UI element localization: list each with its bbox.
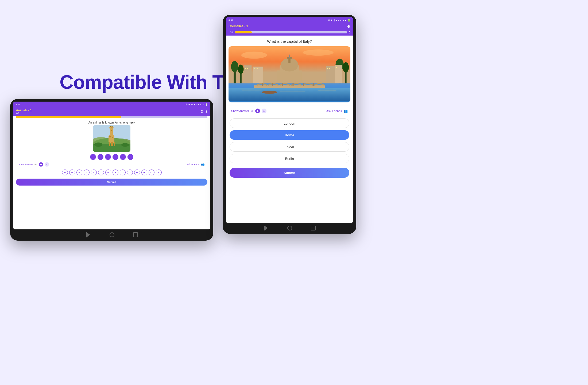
option-berlin[interactable]: Berlin [230,154,349,163]
recents-button[interactable] [133,232,138,237]
letter-F2[interactable]: F [105,170,111,175]
portrait-action-bar: Show Answer 👁 » Ask Friends 👥 [226,106,353,116]
landscape-letter-dots [13,154,210,160]
portrait-quiz-image [229,46,350,102]
letter-O[interactable]: O [149,170,154,175]
svg-point-25 [231,61,238,72]
landscape-question: An animal is known for its long neck [13,119,210,125]
letter-dot-6 [127,154,133,160]
svg-marker-20 [40,163,42,165]
letter-G[interactable]: G [69,170,75,175]
svg-point-10 [112,127,113,128]
landscape-gear-icon[interactable]: ⚙ [200,109,204,114]
svg-rect-6 [110,128,113,136]
eye-icon: 👁 [34,163,37,166]
letter-F[interactable]: F [76,170,82,175]
landscape-submit-button[interactable]: Submit [16,179,207,186]
option-rome[interactable]: Rome [230,130,349,140]
landscape-screen: 4:46 ⚙ ✦ ⚲ ● • ▲▲▲ 🔋 Animals - 1 4/8 ⚙ 2… [13,102,210,229]
svg-rect-47 [292,83,293,86]
portrait-time: 4:52 [229,19,233,22]
portrait-ask-friends[interactable]: Ask Friends 👥 [326,109,348,113]
portrait-recents-button[interactable] [311,226,316,230]
svg-rect-48 [303,83,304,86]
letter-dot-2 [98,154,103,160]
portrait-screen: 4:52 ⚙ ✦ ⚲ ● • ▲▲▲ 🔋 Countries - 1 ⚙ 1/1… [226,17,353,223]
landscape-status-icons: ⚙ ✦ ⚲ ● • ▲▲▲ 🔋 [185,103,208,106]
portrait-header: Countries - 1 ⚙ [226,23,353,31]
landscape-action-bar: show Answer 👁 » Ask Friends 👥 [13,161,210,168]
letter-J[interactable]: J [127,170,133,175]
letter-E[interactable]: E [91,170,97,175]
letter-A[interactable]: A [113,170,118,175]
svg-rect-55 [245,68,246,69]
landscape-quiz-image [93,125,130,152]
svg-rect-15 [111,142,112,146]
portrait-diamond-icon [255,109,260,113]
svg-rect-52 [280,91,305,91]
ask-friends-label: Ask Friends [187,163,199,166]
svg-point-7 [109,126,114,129]
letter-U[interactable]: U [120,170,126,175]
option-london-label: London [284,121,295,125]
landscape-header: Animals - 1 4/8 ⚙ 2 [13,107,210,116]
landscape-show-answer[interactable]: show Answer 👁 » [19,162,49,167]
portrait-status-bar: 4:52 ⚙ ✦ ⚲ ● • ▲▲▲ 🔋 [226,17,353,23]
portrait-show-answer-label: Show Answer [231,109,249,113]
svg-rect-53 [318,90,336,91]
portrait-back-button[interactable] [264,225,268,231]
svg-rect-51 [241,90,262,90]
option-tokyo[interactable]: Tokyo [230,142,349,152]
landscape-header-left: Animals - 1 4/8 [16,109,32,114]
svg-rect-58 [257,68,258,69]
portrait-progress-fill [235,31,252,33]
landscape-time: 4:46 [16,103,20,106]
portrait-quiz-title: Countries - 1 [229,24,248,28]
home-button[interactable] [110,232,114,237]
letter-M[interactable]: M [62,170,68,175]
portrait-options: London Rome Tokyo Berlin [226,116,353,165]
svg-rect-57 [254,68,255,69]
svg-point-31 [343,62,349,72]
landscape-quiz-title: Animals - 1 [16,109,32,112]
svg-point-27 [238,65,243,74]
portrait-header-left: Countries - 1 [229,24,248,28]
letter-dot-5 [120,154,126,160]
letter-R[interactable]: R [141,170,147,175]
letter-I[interactable]: I [98,170,104,175]
tablet-portrait: 4:52 ⚙ ✦ ⚲ ● • ▲▲▲ 🔋 Countries - 1 ⚙ 1/1… [223,15,356,234]
landscape-status-bar: 4:46 ⚙ ✦ ⚲ ● • ▲▲▲ 🔋 [13,102,210,107]
landscape-header-right: ⚙ 2 [200,109,207,114]
landscape-ask-friends[interactable]: Ask Friends 👥 [187,163,205,166]
chevron-icon: » [45,162,49,167]
letter-dot-4 [113,154,118,160]
letter-Y[interactable]: Y [156,170,162,175]
show-answer-label: show Answer [19,163,33,166]
portrait-score: 0 [349,31,350,34]
svg-rect-35 [335,65,342,83]
landscape-progress-fill [16,116,121,118]
back-button[interactable] [86,232,90,237]
option-rome-label: Rome [285,133,294,137]
svg-rect-8 [110,126,111,127]
portrait-home-button[interactable] [287,226,292,230]
option-london[interactable]: London [230,118,349,128]
letter-V[interactable]: V [84,170,90,175]
svg-rect-14 [109,142,110,146]
landscape-score: 2 [206,110,207,113]
svg-rect-49 [313,83,314,86]
svg-rect-59 [327,68,328,69]
portrait-show-answer[interactable]: Show Answer 👁 » [231,109,266,113]
svg-rect-56 [247,68,248,69]
landscape-nav-buttons [10,230,213,239]
rome-scene [229,46,350,102]
portrait-progress-bar [235,31,347,33]
svg-point-23 [303,49,334,56]
landscape-letter-options: M G F V E I F A U J B R O Y [13,168,210,177]
letter-B[interactable]: B [134,170,140,175]
portrait-gear-icon[interactable]: ⚙ [347,24,350,29]
friends-icon: 👥 [201,163,205,166]
svg-rect-46 [282,83,283,86]
portrait-submit-button[interactable]: Submit [230,168,349,178]
portrait-question: What is the capital of Italy? [226,36,353,46]
